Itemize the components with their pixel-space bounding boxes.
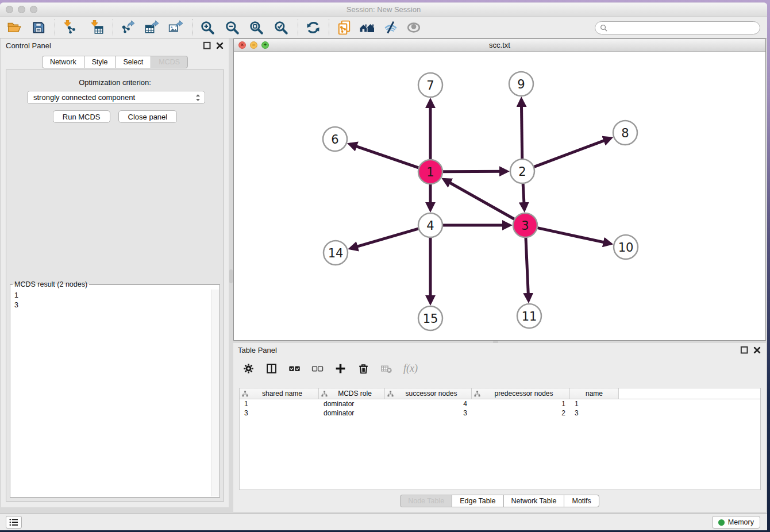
optimization-criterion-select[interactable]: strongly connected component: [27, 91, 205, 104]
zoom-out-icon[interactable]: [225, 20, 240, 35]
graph-edge-3-1[interactable]: [444, 180, 514, 219]
tab-select[interactable]: Select: [116, 56, 152, 68]
graph-edge-2-3[interactable]: [523, 184, 524, 210]
table-cell-MCDS-role[interactable]: dominator: [319, 400, 385, 408]
graph-node-label: 8: [621, 126, 629, 140]
graph-node-3[interactable]: 3: [513, 213, 537, 237]
mcds-result-textarea[interactable]: 1 3: [11, 290, 219, 496]
table-panel: Table Panel: [233, 343, 766, 512]
graph-node-9[interactable]: 9: [509, 72, 533, 96]
zoom-in-icon[interactable]: [200, 20, 215, 35]
graph-node-label: 4: [426, 219, 434, 233]
window-minimize-button[interactable]: [18, 6, 25, 13]
table-cell-name[interactable]: 3: [570, 409, 619, 417]
table-toolbar: f(x): [233, 357, 766, 380]
memory-button[interactable]: Memory: [712, 516, 760, 529]
task-history-button[interactable]: [6, 516, 22, 529]
tab-node-table[interactable]: Node Table: [400, 495, 452, 507]
column-header-successor-nodes[interactable]: successor nodes: [385, 388, 472, 399]
table-cell-name[interactable]: 1: [570, 400, 619, 408]
show-all-icon[interactable]: [406, 20, 421, 35]
table-row[interactable]: 1dominator411: [240, 399, 760, 408]
graph-node-15[interactable]: 15: [418, 306, 442, 330]
table-cell-predecessor-nodes[interactable]: 2: [472, 409, 570, 417]
hide-selected-icon[interactable]: [383, 20, 398, 35]
open-file-icon[interactable]: [7, 20, 22, 35]
network-close-button[interactable]: ×: [238, 41, 246, 49]
tab-mcds[interactable]: MCDS: [151, 56, 188, 68]
network-graph[interactable]: 7968124314101511: [234, 52, 765, 340]
tab-network-table[interactable]: Network Table: [503, 495, 565, 507]
window-zoom-button[interactable]: [30, 6, 37, 13]
column-header-label: predecessor nodes: [480, 390, 567, 398]
close-panel-button[interactable]: Close panel: [118, 110, 178, 123]
save-session-icon[interactable]: [31, 20, 46, 35]
table-cell-MCDS-role[interactable]: dominator: [319, 409, 385, 417]
window-close-button[interactable]: [6, 6, 13, 13]
graph-node-7[interactable]: 7: [418, 73, 442, 97]
select-all-icon[interactable]: [288, 363, 301, 375]
graph-node-4[interactable]: 4: [418, 213, 442, 237]
table-cell-successor-nodes[interactable]: 4: [385, 400, 472, 408]
column-header-predecessor-nodes[interactable]: predecessor nodes: [472, 388, 570, 399]
graph-edge-2-9[interactable]: [521, 99, 522, 159]
network-zoom-button[interactable]: +: [261, 41, 269, 49]
column-header-shared-name[interactable]: shared name: [240, 388, 319, 399]
zoom-selected-icon[interactable]: [274, 20, 288, 35]
graph-edge-2-8[interactable]: [534, 138, 611, 167]
vertical-splitter-handle[interactable]: [229, 269, 233, 283]
memory-label: Memory: [728, 518, 754, 526]
table-panel-header: Table Panel: [233, 343, 766, 357]
table-cell-shared-name[interactable]: 1: [240, 400, 319, 408]
export-table-icon[interactable]: [144, 20, 159, 35]
tab-style[interactable]: Style: [84, 56, 116, 68]
column-header-name[interactable]: name: [570, 388, 619, 399]
table-cell-shared-name[interactable]: 3: [240, 409, 319, 417]
export-network-icon[interactable]: [121, 20, 136, 35]
graph-node-10[interactable]: 10: [614, 235, 638, 259]
graph-node-8[interactable]: 8: [613, 121, 637, 145]
float-window-icon[interactable]: [203, 41, 211, 50]
main-toolbar: [0, 17, 767, 38]
result-scrollbar[interactable]: [211, 290, 219, 496]
tab-motifs[interactable]: Motifs: [564, 495, 599, 507]
graph-node-6[interactable]: 6: [323, 127, 347, 151]
graph-node-11[interactable]: 11: [517, 304, 541, 328]
table-cell-successor-nodes[interactable]: 3: [385, 409, 472, 417]
close-panel-icon[interactable]: [215, 41, 224, 50]
graph-edge-4-14[interactable]: [351, 229, 418, 248]
tab-edge-table[interactable]: Edge Table: [452, 495, 503, 507]
table-row[interactable]: 3dominator323: [240, 408, 760, 418]
network-minimize-button[interactable]: −: [250, 41, 257, 49]
main-content: Control Panel NetworkStyleSelectMCDS Opt…: [0, 38, 767, 513]
add-column-icon[interactable]: [334, 363, 346, 375]
deselect-all-icon[interactable]: [311, 363, 324, 375]
graph-edge-3-11[interactable]: [526, 238, 529, 300]
graph-node-label: 14: [328, 246, 344, 260]
float-table-panel-icon[interactable]: [740, 346, 749, 354]
network-canvas[interactable]: 7968124314101511: [234, 52, 765, 340]
import-table-icon[interactable]: [90, 20, 105, 35]
columns-icon[interactable]: [265, 363, 278, 375]
export-image-icon[interactable]: [168, 20, 183, 35]
refresh-icon[interactable]: [306, 20, 321, 35]
search-input[interactable]: [610, 24, 755, 32]
graph-edge-1-2[interactable]: [443, 171, 507, 172]
tab-network[interactable]: Network: [42, 56, 84, 68]
graph-node-2[interactable]: 2: [510, 159, 534, 183]
table-cell-predecessor-nodes[interactable]: 1: [472, 400, 570, 408]
gear-icon[interactable]: [242, 363, 255, 375]
first-neighbors-icon[interactable]: [359, 20, 376, 35]
zoom-fit-icon[interactable]: [249, 20, 264, 35]
run-mcds-button[interactable]: Run MCDS: [53, 110, 110, 123]
close-table-panel-icon[interactable]: [753, 346, 761, 354]
import-network-icon[interactable]: [63, 20, 78, 35]
graph-node-14[interactable]: 14: [324, 241, 348, 265]
search-field[interactable]: [595, 21, 760, 34]
column-header-MCDS-role[interactable]: MCDS role: [319, 388, 385, 399]
graph-edge-1-6[interactable]: [350, 144, 418, 168]
graph-edge-3-10[interactable]: [537, 228, 610, 244]
clone-network-icon[interactable]: [337, 20, 352, 35]
graph-node-1[interactable]: 1: [418, 160, 442, 184]
delete-column-icon[interactable]: [357, 363, 369, 375]
